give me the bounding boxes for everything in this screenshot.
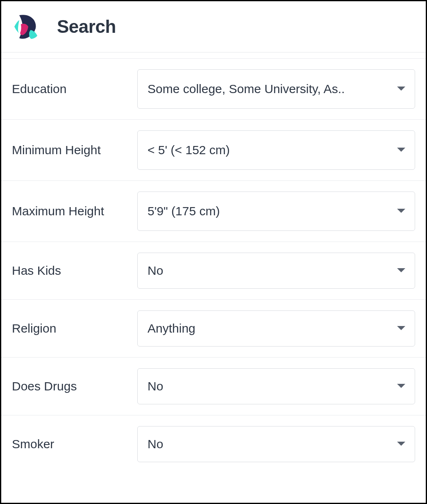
filter-row-does-drugs: Does Drugs No	[1, 358, 426, 415]
select-value-max-height: 5'9" (175 cm)	[148, 204, 220, 218]
filter-label-min-height: Minimum Height	[12, 143, 137, 157]
chevron-down-icon	[397, 326, 406, 331]
chevron-down-icon	[397, 147, 406, 153]
filter-row-smoker: Smoker No	[1, 415, 426, 473]
page-title: Search	[57, 16, 116, 37]
chevron-down-icon	[397, 208, 406, 214]
select-has-kids[interactable]: No	[137, 253, 415, 289]
filters-panel: Education Some college, Some University,…	[1, 58, 426, 473]
filter-row-religion: Religion Anything	[1, 300, 426, 358]
select-value-smoker: No	[148, 437, 163, 451]
select-religion[interactable]: Anything	[137, 310, 415, 347]
filter-row-max-height: Maximum Height 5'9" (175 cm)	[1, 181, 426, 242]
select-value-education: Some college, Some University, As..	[148, 82, 345, 96]
filter-row-education: Education Some college, Some University,…	[1, 59, 426, 120]
select-does-drugs[interactable]: No	[137, 368, 415, 404]
select-value-min-height: < 5' (< 152 cm)	[148, 143, 230, 157]
select-max-height[interactable]: 5'9" (175 cm)	[137, 192, 415, 231]
filter-row-min-height: Minimum Height < 5' (< 152 cm)	[1, 120, 426, 181]
select-min-height[interactable]: < 5' (< 152 cm)	[137, 130, 415, 170]
header: Search	[1, 1, 426, 52]
filter-label-religion: Religion	[12, 322, 137, 335]
select-value-has-kids: No	[148, 264, 163, 278]
filter-label-does-drugs: Does Drugs	[12, 379, 137, 393]
filter-label-smoker: Smoker	[12, 437, 137, 451]
fish-logo-icon	[11, 12, 41, 41]
filter-label-has-kids: Has Kids	[12, 264, 137, 278]
select-value-religion: Anything	[148, 322, 195, 335]
chevron-down-icon	[397, 268, 406, 274]
chevron-down-icon	[397, 383, 406, 389]
select-education[interactable]: Some college, Some University, As..	[137, 69, 415, 109]
filter-label-max-height: Maximum Height	[12, 204, 137, 218]
select-smoker[interactable]: No	[137, 426, 415, 462]
filter-row-has-kids: Has Kids No	[1, 242, 426, 300]
chevron-down-icon	[397, 441, 406, 447]
select-value-does-drugs: No	[148, 379, 163, 393]
chevron-down-icon	[397, 86, 406, 92]
filter-label-education: Education	[12, 82, 137, 96]
